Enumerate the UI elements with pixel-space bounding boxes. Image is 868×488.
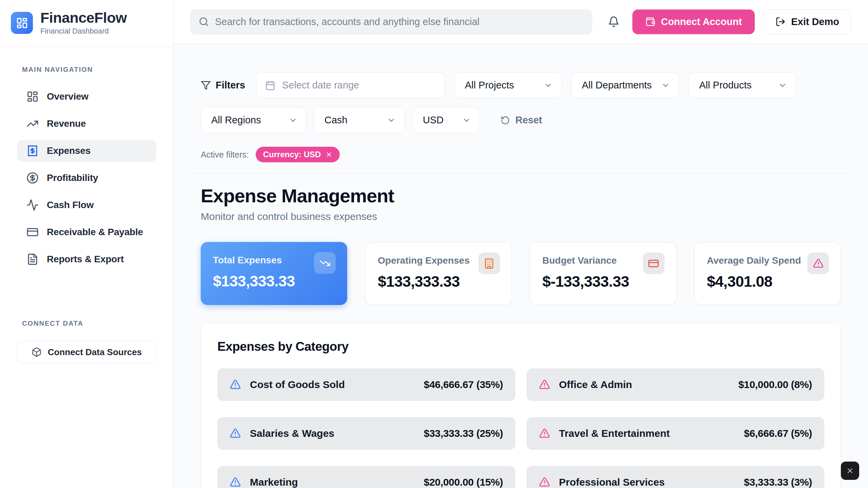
chevron-down-icon — [544, 81, 553, 90]
departments-filter-select[interactable]: All Departments — [571, 72, 679, 98]
section-divider — [190, 173, 852, 174]
filters-row-2: All Regions Cash USD Reset — [201, 107, 841, 133]
nav-section-header: MAIN NAVIGATION — [22, 66, 156, 74]
sidebar-item-expenses[interactable]: Expenses — [17, 140, 156, 162]
projects-filter-value: All Projects — [465, 80, 514, 91]
sidebar-item-reports-export[interactable]: Reports & Export — [17, 248, 156, 270]
category-value: $3,333.33 (3%) — [744, 476, 812, 488]
connect-account-button[interactable]: Connect Account — [632, 9, 755, 34]
alert-triangle-icon — [230, 428, 241, 439]
alert-triangle-icon — [539, 379, 550, 390]
main-area: Connect Account Exit Demo Filters — [174, 0, 868, 488]
trending-up-icon — [26, 118, 39, 130]
reset-filters-button[interactable]: Reset — [500, 115, 542, 126]
chevron-down-icon — [387, 116, 396, 125]
reset-filters-label: Reset — [515, 115, 542, 126]
category-value: $10,000.00 (8%) — [738, 379, 812, 390]
category-row-office-admin[interactable]: Office & Admin $10,000.00 (8%) — [527, 368, 825, 401]
regions-filter-select[interactable]: All Regions — [201, 107, 307, 133]
category-row-travel-entertainment[interactable]: Travel & Entertainment $6,666.67 (5%) — [527, 417, 825, 450]
notifications-button[interactable] — [608, 16, 619, 27]
search-icon — [199, 17, 209, 27]
credit-card-icon — [643, 252, 665, 274]
logout-icon — [775, 17, 786, 27]
connect-account-label: Connect Account — [661, 16, 742, 27]
dollar-circle-icon — [26, 172, 39, 184]
active-filters-label: Active filters: — [201, 150, 249, 160]
sidebar-item-label: Receivable & Payable — [47, 227, 143, 238]
sidebar-item-receivable-payable[interactable]: Receivable & Payable — [17, 221, 156, 243]
category-row-cost-of-goods-sold[interactable]: Cost of Goods Sold $46,666.67 (35%) — [217, 368, 515, 401]
category-row-marketing[interactable]: Marketing $20,000.00 (15%) — [217, 466, 515, 488]
sidebar-item-label: Reports & Export — [47, 254, 124, 265]
connect-section-header: CONNECT DATA — [22, 320, 156, 327]
search-bar — [190, 9, 592, 35]
exit-demo-button[interactable]: Exit Demo — [764, 9, 851, 34]
stat-card-operating-expenses[interactable]: Operating Expenses $133,333.33 — [365, 242, 512, 305]
products-filter-value: All Products — [699, 80, 752, 91]
sidebar-item-cash-flow[interactable]: Cash Flow — [17, 194, 156, 216]
products-filter-select[interactable]: All Products — [689, 72, 796, 98]
category-name: Cost of Goods Sold — [250, 379, 345, 390]
category-row-salaries-wages[interactable]: Salaries & Wages $33,333.33 (25%) — [217, 417, 515, 450]
close-widget-button[interactable] — [841, 462, 859, 480]
category-value: $6,666.67 (5%) — [744, 428, 812, 439]
category-value: $33,333.33 (25%) — [424, 428, 503, 439]
trending-down-icon — [314, 252, 336, 274]
stat-value: $133,333.33 — [378, 273, 499, 290]
wallet-icon — [645, 17, 655, 27]
payment-method-filter-value: Cash — [324, 115, 348, 126]
stat-value: $4,301.08 — [707, 273, 828, 290]
page-title: Expense Management — [201, 185, 841, 207]
category-name: Marketing — [250, 476, 298, 488]
stat-cards-row: Total Expenses $133,333.33 Operating Exp… — [201, 242, 841, 305]
chip-close-icon[interactable] — [326, 151, 332, 158]
active-filter-chip-label: Currency: USD — [263, 150, 321, 159]
category-row-professional-services[interactable]: Professional Services $3,333.33 (3%) — [527, 466, 825, 488]
sidebar: FinanceFlow Financial Dashboard MAIN NAV… — [0, 0, 174, 488]
active-filter-chip-currency[interactable]: Currency: USD — [256, 147, 340, 162]
chevron-down-icon — [778, 81, 787, 90]
page-content: Filters All Projects All Departments — [174, 44, 868, 488]
stat-value: $133,333.33 — [213, 272, 335, 290]
chevron-down-icon — [661, 81, 670, 90]
stat-card-budget-variance[interactable]: Budget Variance $-133,333.33 — [530, 242, 676, 305]
stat-card-average-daily-spend[interactable]: Average Daily Spend $4,301.08 — [694, 242, 841, 305]
payment-method-filter-select[interactable]: Cash — [314, 107, 405, 133]
sidebar-item-profitability[interactable]: Profitability — [17, 167, 156, 189]
calendar-icon — [265, 80, 275, 90]
date-range-input[interactable] — [256, 72, 445, 98]
search-input[interactable] — [215, 16, 584, 27]
sidebar-item-label: Expenses — [47, 145, 91, 156]
sidebar-item-label: Revenue — [47, 118, 86, 129]
main-navigation: Overview Revenue Expenses Profitability … — [17, 86, 156, 276]
category-name: Salaries & Wages — [250, 428, 334, 439]
alert-triangle-icon — [230, 379, 241, 390]
panel-title: Expenses by Category — [217, 339, 824, 354]
close-icon — [846, 467, 854, 475]
building-icon — [478, 252, 500, 274]
page-subtitle: Monitor and control business expenses — [201, 210, 841, 223]
category-value: $46,666.67 (35%) — [424, 379, 503, 390]
sidebar-item-label: Overview — [47, 91, 88, 102]
connect-data-sources-button[interactable]: Connect Data Sources — [17, 341, 156, 363]
alert-triangle-icon — [539, 428, 550, 439]
date-range-field[interactable] — [282, 80, 436, 91]
app-tagline: Financial Dashboard — [40, 27, 127, 36]
app-title: FinanceFlow — [40, 10, 127, 25]
projects-filter-select[interactable]: All Projects — [454, 72, 562, 98]
sidebar-item-label: Profitability — [47, 172, 98, 183]
alert-triangle-icon — [807, 252, 829, 274]
rotate-ccw-icon — [500, 116, 510, 125]
sidebar-item-revenue[interactable]: Revenue — [17, 113, 156, 135]
stat-value: $-133,333.33 — [542, 273, 664, 290]
connect-data-sources-label: Connect Data Sources — [48, 347, 142, 358]
top-bar: Connect Account Exit Demo — [174, 0, 868, 44]
alert-triangle-icon — [230, 476, 241, 488]
stat-card-total-expenses[interactable]: Total Expenses $133,333.33 — [201, 242, 347, 305]
activity-icon — [26, 199, 39, 211]
chevron-down-icon — [462, 116, 471, 125]
bell-icon — [608, 16, 619, 27]
sidebar-item-overview[interactable]: Overview — [17, 86, 156, 107]
currency-filter-select[interactable]: USD — [412, 107, 480, 133]
